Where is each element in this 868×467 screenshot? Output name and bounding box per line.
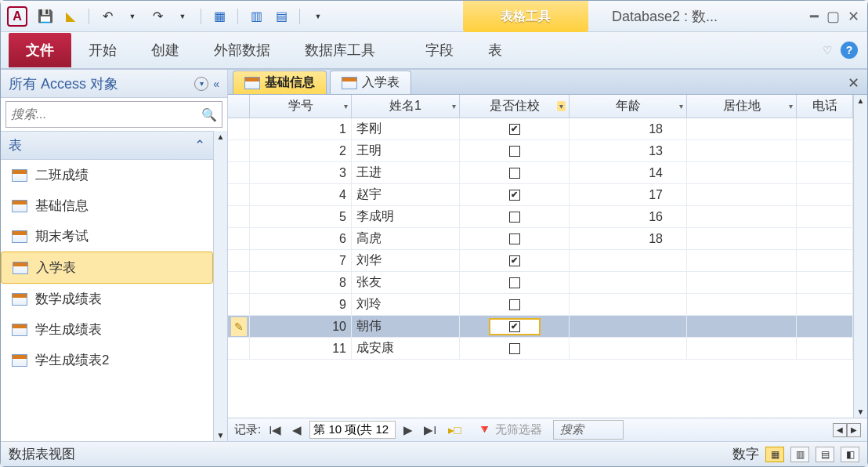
ribbon-tab-external[interactable]: 外部数据 — [197, 33, 288, 67]
col-header-tel[interactable]: 电话 — [797, 95, 853, 118]
checkbox[interactable] — [509, 168, 520, 179]
cell-residence[interactable]: ✔ — [460, 316, 570, 337]
col-header-age[interactable]: 年龄▾ — [570, 95, 687, 118]
filter-dropdown-icon[interactable]: ▾ — [557, 101, 566, 111]
pivot-view-icon[interactable]: ▤ — [816, 447, 834, 462]
row-selector[interactable] — [228, 162, 250, 183]
cell-tel[interactable] — [797, 272, 853, 293]
cell-residence[interactable] — [460, 228, 570, 249]
cell-residence[interactable] — [460, 206, 570, 227]
scroll-up-icon[interactable]: ▲ — [857, 96, 865, 105]
cell-name[interactable]: 高虎 — [352, 228, 460, 249]
cell-name[interactable]: 王进 — [352, 162, 460, 183]
cell-name[interactable]: 朝伟 — [352, 316, 460, 337]
cell-location[interactable] — [687, 338, 797, 359]
ribbon-tab-table[interactable]: 表 — [471, 33, 519, 67]
undo-dropdown-icon[interactable]: ▼ — [122, 6, 143, 27]
minimize-icon[interactable]: ━ — [810, 8, 819, 25]
cell-residence[interactable] — [460, 272, 570, 293]
cell-id[interactable]: 7 — [250, 250, 352, 271]
scroll-down-icon[interactable]: ▼ — [217, 431, 225, 440]
cell-location[interactable] — [687, 294, 797, 315]
chevron-down-icon[interactable]: ▾ — [452, 102, 456, 110]
nav-search[interactable]: 🔍 — [5, 101, 222, 128]
table-row[interactable]: 1李刚✔18 — [228, 118, 853, 140]
close-icon[interactable]: ✕ — [848, 8, 859, 25]
redo-dropdown-icon[interactable]: ▼ — [172, 6, 193, 27]
cell-id[interactable]: 3 — [250, 162, 352, 183]
save-icon[interactable]: 💾 — [35, 6, 56, 27]
row-selector[interactable] — [228, 338, 250, 359]
row-selector[interactable]: ✎ — [228, 316, 250, 337]
scroll-up-icon[interactable]: ▲ — [217, 132, 225, 141]
cell-tel[interactable] — [797, 140, 853, 161]
cell-location[interactable] — [687, 272, 797, 293]
cell-age[interactable] — [570, 294, 687, 315]
table-row[interactable]: ✎10朝伟✔ — [228, 316, 853, 338]
table-row[interactable]: 4赵宇✔17 — [228, 184, 853, 206]
table-row[interactable]: 9刘玲 — [228, 294, 853, 316]
cell-age[interactable]: 18 — [570, 118, 687, 139]
record-position-input[interactable] — [309, 421, 396, 439]
qat-customize-icon[interactable]: ▼ — [308, 6, 328, 27]
checkbox[interactable] — [509, 299, 520, 310]
cell-location[interactable] — [687, 316, 797, 337]
cell-residence[interactable]: ✔ — [460, 184, 570, 205]
chevron-down-icon[interactable]: ▾ — [679, 102, 683, 110]
qat-icon-4[interactable]: ▥ — [246, 6, 266, 27]
hscroll-left-icon[interactable]: ◀ — [833, 423, 847, 437]
grid-scrollbar[interactable]: ▲ ▼ — [853, 95, 867, 418]
ribbon-tab-fields[interactable]: 字段 — [408, 33, 471, 67]
table-row[interactable]: 7刘华✔ — [228, 250, 853, 272]
row-selector[interactable] — [228, 140, 250, 161]
table-row[interactable]: 3王进14 — [228, 162, 853, 184]
nav-scrollbar[interactable]: ▲ ▼ — [213, 131, 227, 441]
cell-tel[interactable] — [797, 228, 853, 249]
cell-location[interactable] — [687, 140, 797, 161]
table-row[interactable]: 2王明13 — [228, 140, 853, 162]
cell-name[interactable]: 成安康 — [352, 338, 460, 359]
next-record-icon[interactable]: ▶ — [400, 423, 416, 437]
nav-filter-icon[interactable]: ▾ — [194, 77, 208, 91]
row-selector[interactable] — [228, 294, 250, 315]
cell-location[interactable] — [687, 250, 797, 271]
ribbon-tab-dbtools[interactable]: 数据库工具 — [288, 33, 392, 67]
checkbox[interactable]: ✔ — [509, 255, 520, 266]
cell-residence[interactable]: ✔ — [460, 118, 570, 139]
cell-age[interactable] — [570, 338, 687, 359]
checkbox[interactable] — [509, 233, 520, 244]
redo-icon[interactable]: ↷ — [147, 6, 168, 27]
design-view-icon[interactable]: ▥ — [790, 447, 809, 462]
cell-tel[interactable] — [797, 118, 853, 139]
nav-item[interactable]: 期末考试 — [1, 221, 213, 252]
grid-body[interactable]: 1李刚✔182王明133王进144赵宇✔175李成明166高虎187刘华✔8张友… — [228, 118, 853, 418]
prev-record-icon[interactable]: ◀ — [289, 423, 305, 437]
col-header-name[interactable]: 姓名1▾ — [352, 95, 460, 118]
cell-name[interactable]: 李刚 — [352, 118, 460, 139]
last-record-icon[interactable]: ▶I — [421, 423, 439, 437]
ribbon-tab-file[interactable]: 文件 — [9, 33, 71, 67]
cell-age[interactable]: 16 — [570, 206, 687, 227]
checkbox[interactable]: ✔ — [509, 190, 520, 201]
cell-id[interactable]: 5 — [250, 206, 352, 227]
cell-age[interactable]: 14 — [570, 162, 687, 183]
cell-age[interactable] — [570, 250, 687, 271]
cell-tel[interactable] — [797, 250, 853, 271]
row-selector[interactable] — [228, 184, 250, 205]
doc-tab-active[interactable]: 基础信息 — [233, 71, 327, 94]
datasheet-view-icon[interactable]: ▦ — [765, 447, 784, 462]
cell-location[interactable] — [687, 228, 797, 249]
record-search[interactable]: 搜索 — [553, 420, 624, 440]
nav-collapse-icon[interactable]: « — [213, 78, 219, 90]
cell-location[interactable] — [687, 162, 797, 183]
cell-id[interactable]: 8 — [250, 272, 352, 293]
nav-item[interactable]: 二班成绩 — [1, 160, 213, 190]
checkbox[interactable] — [509, 212, 520, 223]
ribbon-min-icon[interactable]: ♡ — [823, 44, 833, 56]
cell-location[interactable] — [687, 184, 797, 205]
cell-name[interactable]: 王明 — [352, 140, 460, 161]
cell-tel[interactable] — [797, 184, 853, 205]
nav-group-collapse-icon[interactable]: ⌃ — [194, 137, 205, 154]
col-header-id[interactable]: 学号▾ — [250, 95, 352, 118]
first-record-icon[interactable]: I◀ — [266, 423, 284, 437]
